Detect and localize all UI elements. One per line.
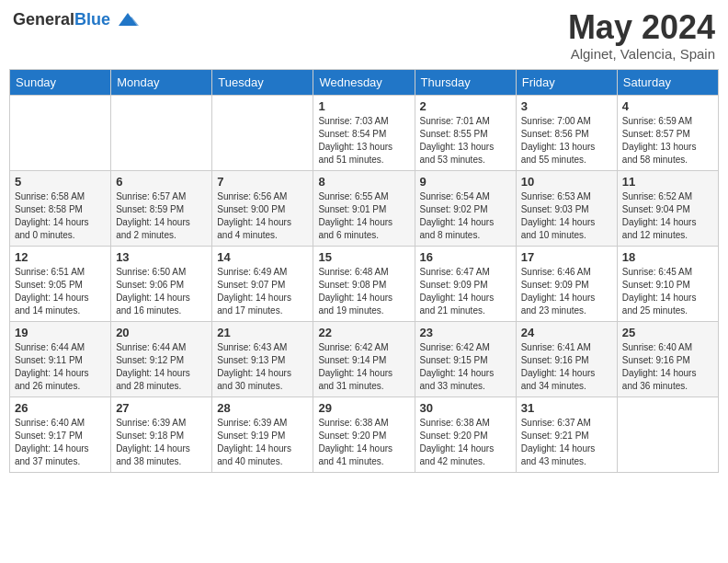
day-number: 12 [15,250,106,264]
weekday-header-sunday: Sunday [10,69,111,95]
calendar-week-row: 19Sunrise: 6:44 AMSunset: 9:11 PMDayligh… [10,321,719,396]
day-info: Sunrise: 6:54 AMSunset: 9:02 PMDaylight:… [420,190,511,242]
calendar-day-16: 16Sunrise: 6:47 AMSunset: 9:09 PMDayligh… [415,246,516,321]
day-info: Sunrise: 6:46 AMSunset: 9:09 PMDaylight:… [521,266,612,317]
calendar-day-14: 14Sunrise: 6:49 AMSunset: 9:07 PMDayligh… [212,246,313,321]
weekday-header-wednesday: Wednesday [313,69,415,95]
calendar-day-15: 15Sunrise: 6:48 AMSunset: 9:08 PMDayligh… [313,246,415,321]
calendar-week-row: 12Sunrise: 6:51 AMSunset: 9:05 PMDayligh… [10,246,719,321]
day-number: 27 [116,401,207,415]
calendar-day-6: 6Sunrise: 6:57 AMSunset: 8:59 PMDaylight… [111,170,212,246]
day-info: Sunrise: 6:44 AMSunset: 9:11 PMDaylight:… [15,341,106,393]
weekday-header-friday: Friday [516,69,617,95]
calendar-empty-cell [10,95,111,170]
day-info: Sunrise: 6:38 AMSunset: 9:20 PMDaylight:… [318,417,409,468]
day-number: 17 [521,250,612,264]
location-subtitle: Alginet, Valencia, Spain [568,46,715,62]
day-number: 10 [521,175,612,189]
calendar-day-9: 9Sunrise: 6:54 AMSunset: 9:02 PMDaylight… [415,170,516,246]
day-number: 30 [420,401,511,415]
day-number: 26 [15,401,106,415]
day-number: 9 [420,175,511,189]
day-info: Sunrise: 6:58 AMSunset: 8:58 PMDaylight:… [15,190,106,242]
day-info: Sunrise: 6:57 AMSunset: 8:59 PMDaylight:… [116,190,207,242]
day-number: 6 [116,175,207,189]
day-info: Sunrise: 7:01 AMSunset: 8:55 PMDaylight:… [420,115,511,167]
calendar-week-row: 26Sunrise: 6:40 AMSunset: 9:17 PMDayligh… [10,396,719,472]
calendar-day-2: 2Sunrise: 7:01 AMSunset: 8:55 PMDaylight… [415,95,516,170]
calendar-day-17: 17Sunrise: 6:46 AMSunset: 9:09 PMDayligh… [516,246,617,321]
day-number: 28 [217,401,308,415]
day-info: Sunrise: 6:50 AMSunset: 9:06 PMDaylight:… [116,266,207,317]
day-number: 5 [15,175,106,189]
weekday-header-row: SundayMondayTuesdayWednesdayThursdayFrid… [10,69,719,95]
calendar-day-13: 13Sunrise: 6:50 AMSunset: 9:06 PMDayligh… [111,246,212,321]
day-info: Sunrise: 6:53 AMSunset: 9:03 PMDaylight:… [521,190,612,242]
calendar-day-21: 21Sunrise: 6:43 AMSunset: 9:13 PMDayligh… [212,321,313,396]
day-info: Sunrise: 6:40 AMSunset: 9:16 PMDaylight:… [622,341,713,393]
calendar-day-1: 1Sunrise: 7:03 AMSunset: 8:54 PMDaylight… [313,95,415,170]
day-number: 3 [521,99,612,113]
calendar-day-11: 11Sunrise: 6:52 AMSunset: 9:04 PMDayligh… [617,170,718,246]
day-number: 18 [622,250,713,264]
day-info: Sunrise: 6:47 AMSunset: 9:09 PMDaylight:… [420,266,511,317]
day-info: Sunrise: 6:45 AMSunset: 9:10 PMDaylight:… [622,266,713,317]
day-info: Sunrise: 6:59 AMSunset: 8:57 PMDaylight:… [622,115,713,167]
day-number: 7 [217,175,308,189]
weekday-header-saturday: Saturday [617,69,718,95]
day-number: 29 [318,401,409,415]
day-number: 19 [15,326,106,339]
day-info: Sunrise: 6:38 AMSunset: 9:20 PMDaylight:… [420,417,511,468]
day-number: 2 [420,99,511,113]
day-info: Sunrise: 7:00 AMSunset: 8:56 PMDaylight:… [521,115,612,167]
calendar-day-27: 27Sunrise: 6:39 AMSunset: 9:18 PMDayligh… [111,396,212,472]
calendar-day-10: 10Sunrise: 6:53 AMSunset: 9:03 PMDayligh… [516,170,617,246]
logo: GeneralBlue [13,9,139,31]
day-info: Sunrise: 6:39 AMSunset: 9:18 PMDaylight:… [116,417,207,468]
month-year-title: May 2024 [568,9,715,46]
day-info: Sunrise: 6:55 AMSunset: 9:01 PMDaylight:… [318,190,409,242]
day-info: Sunrise: 7:03 AMSunset: 8:54 PMDaylight:… [318,115,409,167]
calendar-day-20: 20Sunrise: 6:44 AMSunset: 9:12 PMDayligh… [111,321,212,396]
day-number: 13 [116,250,207,264]
calendar-day-18: 18Sunrise: 6:45 AMSunset: 9:10 PMDayligh… [617,246,718,321]
page-header: GeneralBlue May 2024 Alginet, Valencia, … [9,9,719,62]
title-section: May 2024 Alginet, Valencia, Spain [568,9,715,62]
day-number: 24 [521,326,612,339]
day-number: 25 [622,326,713,339]
day-number: 23 [420,326,511,339]
calendar-day-3: 3Sunrise: 7:00 AMSunset: 8:56 PMDaylight… [516,95,617,170]
weekday-header-tuesday: Tuesday [212,69,313,95]
day-info: Sunrise: 6:39 AMSunset: 9:19 PMDaylight:… [217,417,308,468]
calendar-day-31: 31Sunrise: 6:37 AMSunset: 9:21 PMDayligh… [516,396,617,472]
day-number: 8 [318,175,409,189]
day-number: 14 [217,250,308,264]
day-info: Sunrise: 6:52 AMSunset: 9:04 PMDaylight:… [622,190,713,242]
weekday-header-thursday: Thursday [415,69,516,95]
calendar-day-28: 28Sunrise: 6:39 AMSunset: 9:19 PMDayligh… [212,396,313,472]
calendar-day-12: 12Sunrise: 6:51 AMSunset: 9:05 PMDayligh… [10,246,111,321]
weekday-header-monday: Monday [111,69,212,95]
day-number: 16 [420,250,511,264]
day-number: 20 [116,326,207,339]
day-info: Sunrise: 6:37 AMSunset: 9:21 PMDaylight:… [521,417,612,468]
calendar-empty-cell [617,396,718,472]
calendar-day-29: 29Sunrise: 6:38 AMSunset: 9:20 PMDayligh… [313,396,415,472]
calendar-day-24: 24Sunrise: 6:41 AMSunset: 9:16 PMDayligh… [516,321,617,396]
calendar-day-30: 30Sunrise: 6:38 AMSunset: 9:20 PMDayligh… [415,396,516,472]
logo-icon [117,9,139,31]
calendar-week-row: 1Sunrise: 7:03 AMSunset: 8:54 PMDaylight… [10,95,719,170]
day-info: Sunrise: 6:40 AMSunset: 9:17 PMDaylight:… [15,417,106,468]
calendar-day-23: 23Sunrise: 6:42 AMSunset: 9:15 PMDayligh… [415,321,516,396]
calendar-day-19: 19Sunrise: 6:44 AMSunset: 9:11 PMDayligh… [10,321,111,396]
day-number: 21 [217,326,308,339]
day-number: 11 [622,175,713,189]
calendar-day-25: 25Sunrise: 6:40 AMSunset: 9:16 PMDayligh… [617,321,718,396]
day-number: 15 [318,250,409,264]
day-info: Sunrise: 6:43 AMSunset: 9:13 PMDaylight:… [217,341,308,393]
day-info: Sunrise: 6:41 AMSunset: 9:16 PMDaylight:… [521,341,612,393]
day-number: 4 [622,99,713,113]
day-info: Sunrise: 6:56 AMSunset: 9:00 PMDaylight:… [217,190,308,242]
calendar-empty-cell [111,95,212,170]
day-number: 1 [318,99,409,113]
